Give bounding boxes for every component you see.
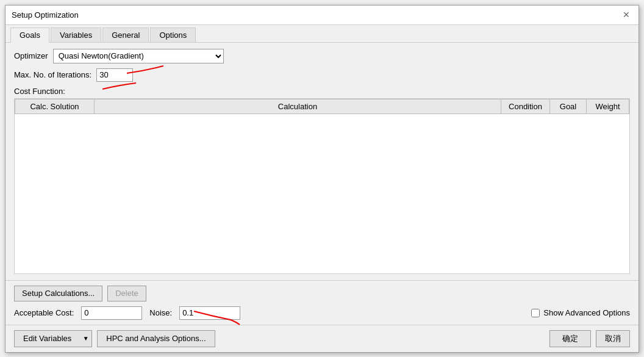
main-content: Optimizer Quasi Newton(Gradient) Genetic… — [5, 43, 639, 280]
footer-bar: Edit Variables ▼ HPC and Analysis Option… — [5, 325, 639, 352]
tab-options[interactable]: Options — [150, 27, 196, 42]
show-advanced-label: Show Advanced Options — [543, 308, 630, 317]
acceptable-cost-label: Acceptable Cost: — [14, 308, 74, 317]
max-iterations-row: Max. No. of Iterations: — [14, 68, 630, 82]
tab-variables[interactable]: Variables — [51, 27, 101, 42]
hpc-options-button[interactable]: HPC and Analysis Options... — [97, 330, 215, 347]
setup-delete-row: Setup Calculations... Delete — [14, 286, 630, 301]
footer-left: Edit Variables ▼ HPC and Analysis Option… — [14, 330, 215, 347]
optimizer-label: Optimizer — [14, 51, 48, 60]
show-advanced-checkbox[interactable] — [531, 309, 540, 317]
cost-function-label: Cost Function: — [14, 87, 630, 96]
cost-function-section: Cost Function: Calc. Solution Calculatio… — [14, 87, 630, 274]
col-header-calc-solution: Calc. Solution — [15, 99, 95, 114]
cost-function-table-container: Calc. Solution Calculation Condition Goa… — [14, 98, 630, 274]
setup-calculations-button[interactable]: Setup Calculations... — [14, 286, 102, 301]
optimizer-row: Optimizer Quasi Newton(Gradient) Genetic… — [14, 49, 630, 63]
tab-goals[interactable]: Goals — [10, 27, 49, 43]
ok-button[interactable]: 确定 — [549, 330, 591, 347]
bottom-bar: Setup Calculations... Delete Acceptable … — [5, 280, 639, 325]
noise-label: Noise: — [149, 308, 172, 317]
acceptable-noise-row: Acceptable Cost: Noise: Show Advanced Op… — [14, 306, 630, 320]
tab-general[interactable]: General — [102, 27, 149, 42]
max-iterations-label: Max. No. of Iterations: — [14, 70, 91, 79]
col-header-calculation: Calculation — [95, 99, 501, 114]
tabs-bar: Goals Variables General Options — [5, 25, 639, 43]
acceptable-cost-input[interactable] — [81, 306, 142, 320]
cost-function-table: Calc. Solution Calculation Condition Goa… — [15, 99, 629, 114]
window-title: Setup Optimization — [12, 10, 79, 20]
col-header-condition: Condition — [501, 99, 550, 114]
edit-variables-group: Edit Variables ▼ — [14, 330, 92, 347]
delete-button[interactable]: Delete — [107, 286, 146, 301]
col-header-goal: Goal — [550, 99, 587, 114]
noise-input[interactable] — [179, 306, 240, 320]
cancel-button[interactable]: 取消 — [596, 330, 630, 347]
footer-right: 确定 取消 — [549, 330, 630, 347]
edit-variables-button[interactable]: Edit Variables — [14, 330, 80, 347]
setup-optimization-window: Setup Optimization ✕ Goals Variables Gen… — [5, 5, 639, 353]
title-bar: Setup Optimization ✕ — [5, 5, 639, 25]
show-advanced-wrapper: Show Advanced Options — [531, 308, 630, 317]
max-iterations-input[interactable] — [96, 68, 133, 82]
table-header-row: Calc. Solution Calculation Condition Goa… — [15, 99, 629, 114]
close-button[interactable]: ✕ — [620, 9, 632, 21]
optimizer-dropdown[interactable]: Quasi Newton(Gradient) Genetic Algorithm… — [53, 49, 224, 63]
edit-variables-dropdown-arrow[interactable]: ▼ — [80, 330, 92, 347]
col-header-weight: Weight — [587, 99, 629, 114]
